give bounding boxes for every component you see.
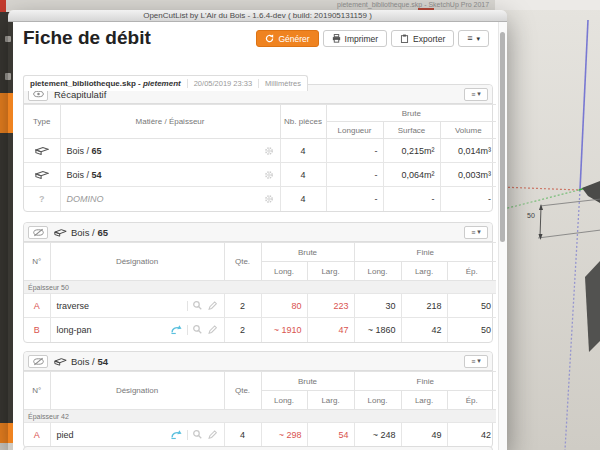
part-row[interactable]: A pied (24, 423, 496, 447)
eye-slash-icon (33, 357, 44, 366)
magnifier-icon[interactable] (192, 429, 203, 440)
pencil-icon[interactable] (207, 324, 218, 335)
gear-icon[interactable] (264, 170, 274, 180)
background-window-title: pietement_bibliotheque.skp - SketchUp Pr… (337, 1, 489, 8)
material-panel-bois-54: Bois / 54 ≡ ▾ N° Désignation Qte. Brute … (23, 351, 493, 448)
part-letter: A (24, 294, 50, 318)
gear-icon[interactable] (264, 146, 274, 156)
volume-cell: 0,014m³ (440, 139, 496, 163)
col-header-type: Type (24, 105, 60, 139)
fin-width-cell: 49 (401, 423, 447, 447)
material-cell: Bois / 54 (60, 163, 280, 187)
part-name: traverse (57, 301, 90, 311)
parts-table: N° Désignation Qte. Brute Finie Long. La… (24, 371, 496, 447)
col-header-raw-width: Larg. (307, 391, 354, 410)
tab-page-label: pietement (143, 79, 181, 88)
col-header-num: N° (24, 243, 50, 281)
col-group-finished: Finie (354, 243, 496, 262)
col-header-raw-width: Larg. (307, 262, 354, 281)
raw-length-cell: ~ 1910 (261, 318, 307, 342)
scrollbar-thumb[interactable] (500, 32, 505, 242)
col-header-material: Matière / Épaisseur (60, 105, 280, 139)
green-axis-solid (579, 183, 600, 190)
menu-icon: ≡ (471, 91, 475, 98)
printer-icon (332, 34, 341, 43)
menu-icon: ≡ (471, 358, 475, 365)
qty-cell: 2 (224, 294, 261, 318)
magnifier-icon[interactable] (192, 300, 203, 311)
raw-length-cell: ~ 298 (261, 423, 307, 447)
gear-icon[interactable] (264, 194, 274, 204)
print-button[interactable]: Imprimer (323, 30, 388, 47)
summary-menu-button[interactable]: ≡ ▾ (464, 88, 488, 101)
part-row[interactable]: A traverse (24, 294, 496, 318)
thickness-section-label: Épaisseur 50 (24, 281, 496, 294)
col-header-fin-width: Larg. (401, 262, 447, 281)
export-button[interactable]: Exporter (391, 30, 454, 47)
tab-file-label: pietement_bibliotheque.skp - pietement (24, 79, 187, 88)
generate-button[interactable]: Générer (256, 30, 318, 47)
qty-cell: 2 (224, 318, 261, 342)
summary-row[interactable]: Bois / 54 4 - 0,064m² 0,003m³ (24, 163, 496, 187)
col-group-raw: Brute (261, 243, 354, 262)
export-label: Exporter (413, 34, 445, 44)
summary-row[interactable]: ? DOMINO 4 - - - (24, 187, 496, 211)
caret-down-icon: ▾ (477, 90, 481, 98)
length-cell: - (326, 139, 383, 163)
background-titlebar-light (495, 0, 600, 10)
dialog-titlebar[interactable]: OpenCutList by L'Air du Bois - 1.6.4-dev… (8, 10, 507, 22)
material-menu-button[interactable]: ≡ ▾ (464, 355, 488, 368)
export-icon (400, 34, 409, 43)
thickness-cell: 50 (447, 294, 496, 318)
dimension-extension-top (540, 199, 600, 206)
tab-timestamp: 20/05/2019 23:33 (187, 79, 258, 88)
raw-length-cell: 80 (261, 294, 307, 318)
dialog-body: Fiche de débit Générer Imprimer (13, 22, 507, 450)
dialog-scrollbar[interactable] (498, 22, 507, 450)
material-type-cell (24, 139, 60, 163)
model-face-leg (585, 261, 600, 352)
thickness-section-row: Épaisseur 42 (24, 410, 496, 423)
part-row[interactable]: B long-pan (24, 318, 496, 342)
material-cell: DOMINO (60, 187, 280, 211)
part-name: long-pan (57, 325, 92, 335)
axis-swap-icon[interactable] (170, 429, 183, 440)
dialog-title: OpenCutList by L'Air du Bois - 1.6.4-dev… (143, 11, 372, 20)
pencil-icon[interactable] (207, 300, 218, 311)
dimension-label: 50 (527, 212, 535, 219)
thickness-section-row: Épaisseur 50 (24, 281, 496, 294)
model-face-top (582, 181, 600, 203)
col-header-raw-length: Long. (261, 262, 307, 281)
menu-icon: ≡ (471, 229, 475, 236)
qty-cell: 4 (224, 423, 261, 447)
part-letter: B (24, 318, 50, 342)
hide-parts-button[interactable] (28, 355, 48, 368)
thickness-cell: 50 (447, 318, 496, 342)
pieces-cell: 4 (280, 163, 326, 187)
material-cell: Bois / 65 (60, 139, 280, 163)
dimension-arrow-up (539, 204, 543, 210)
col-group-finished: Finie (354, 372, 496, 391)
raw-width-cell: 47 (307, 318, 354, 342)
col-header-num: N° (24, 372, 50, 410)
hide-parts-button[interactable] (28, 226, 48, 239)
designation-cell: long-pan (50, 318, 224, 342)
toolbar: Générer Imprimer Exporter (256, 30, 489, 47)
refresh-icon (265, 34, 274, 43)
magnifier-icon[interactable] (192, 324, 203, 335)
material-menu-button[interactable]: ≡ ▾ (464, 226, 488, 239)
fin-width-cell: 42 (401, 318, 447, 342)
board-icon (54, 357, 67, 366)
col-header-volume: Volume (440, 122, 496, 139)
board-icon (35, 170, 49, 179)
material-panel-header: Bois / 54 ≡ ▾ (24, 352, 492, 371)
toolbar-menu-button[interactable]: ≡ ▾ (458, 30, 489, 47)
summary-row[interactable]: Bois / 65 4 - 0,215m² 0,014m³ (24, 139, 496, 163)
opencutlist-dialog: OpenCutList by L'Air du Bois - 1.6.4-dev… (8, 10, 507, 450)
col-header-thickness: Ép. (447, 262, 496, 281)
summary-panel: Récapitulatif ≡ ▾ Type Matière / Épaisse… (23, 84, 493, 212)
pencil-icon[interactable] (207, 429, 218, 440)
model-tab[interactable]: pietement_bibliotheque.skp - pietement 2… (23, 75, 308, 91)
axis-swap-icon[interactable] (170, 324, 183, 335)
eye-icon (33, 90, 44, 98)
